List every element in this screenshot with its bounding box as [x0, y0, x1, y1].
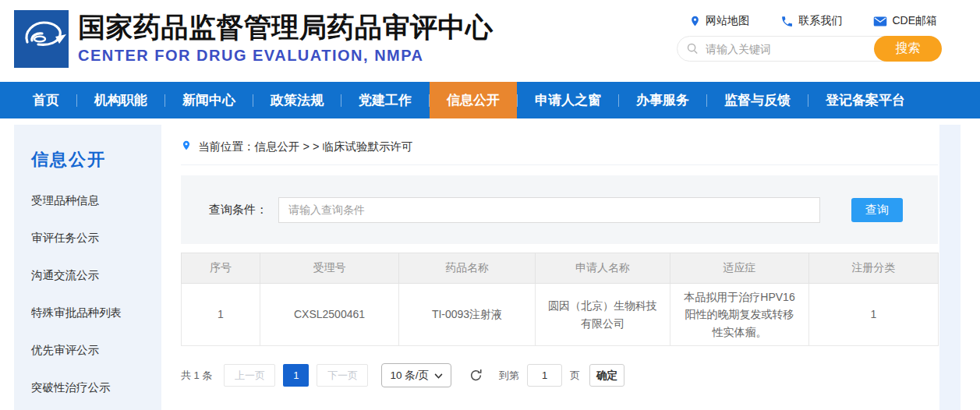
- cell-drug-name: TI-0093注射液: [399, 284, 536, 346]
- next-page-button[interactable]: 下一页: [317, 364, 368, 387]
- site-title: 国家药品监督管理局药品审评中心: [78, 11, 494, 44]
- col-header-drug-name: 药品名称: [399, 253, 536, 284]
- nav-item-party-building[interactable]: 党建工作: [341, 82, 429, 118]
- pagination-total: 共 1 条: [181, 369, 212, 383]
- refresh-icon[interactable]: [469, 368, 483, 383]
- sidebar-item-review-tasks[interactable]: 审评任务公示: [31, 219, 161, 256]
- results-table: 序号 受理号 药品名称 申请人名称 适应症 注册分类 1 CXSL2500461…: [181, 253, 939, 346]
- cell-applicant: 圆因（北京）生物科技有限公司: [536, 284, 670, 346]
- sidebar-item-special-approval[interactable]: 特殊审批品种列表: [31, 294, 161, 331]
- col-header-acceptance-no: 受理号: [260, 253, 399, 284]
- goto-page-input[interactable]: [527, 364, 562, 387]
- page-size-value: 10 条/页: [390, 369, 429, 383]
- mailbox-link[interactable]: CDE邮箱: [873, 14, 937, 28]
- contact-link[interactable]: 联系我们: [780, 14, 842, 28]
- envelope-icon: [873, 16, 887, 27]
- search-button[interactable]: 搜索: [874, 36, 942, 62]
- breadcrumb-pin-icon: [181, 139, 192, 154]
- sitemap-link[interactable]: 网站地图: [689, 14, 749, 28]
- table-row: 1 CXSL2500461 TI-0093注射液 圆因（北京）生物科技有限公司 …: [182, 284, 939, 346]
- query-panel: 查询条件： 查询: [181, 175, 938, 244]
- cell-seq: 1: [182, 284, 260, 346]
- pagination: 共 1 条 上一页 1 下一页 10 条/页 到第 页 确定: [181, 363, 938, 387]
- page-body: 信息公开 受理品种信息 审评任务公示 沟通交流公示 特殊审批品种列表 优先审评公…: [0, 118, 980, 410]
- query-button[interactable]: 查询: [851, 198, 903, 222]
- page-unit-label: 页: [570, 369, 580, 383]
- nav-item-supervision-feedback[interactable]: 监督与反馈: [707, 82, 808, 118]
- col-header-seq: 序号: [182, 253, 260, 284]
- col-header-registration-class: 注册分类: [809, 253, 939, 284]
- nav-item-news[interactable]: 新闻中心: [165, 82, 253, 118]
- sidebar-item-accepted-varieties[interactable]: 受理品种信息: [31, 182, 161, 219]
- header-right: 网站地图 联系我们 CDE邮箱: [677, 14, 942, 62]
- sidebar: 信息公开 受理品种信息 审评任务公示 沟通交流公示 特殊审批品种列表 优先审评公…: [14, 125, 161, 410]
- query-condition-input[interactable]: [278, 197, 820, 223]
- quick-links: 网站地图 联系我们 CDE邮箱: [677, 14, 942, 28]
- nav-item-applicant-window[interactable]: 申请人之窗: [518, 82, 618, 118]
- search-icon: [686, 42, 699, 58]
- query-label: 查询条件：: [209, 203, 267, 217]
- nav-item-policy[interactable]: 政策法规: [253, 82, 341, 118]
- sidebar-title: 信息公开: [31, 148, 161, 171]
- main-nav: 首页 机构职能 新闻中心 政策法规 党建工作 信息公开 申请人之窗 办事服务 监…: [0, 82, 980, 118]
- page: 国家药品监督管理局药品审评中心 CENTER FOR DRUG EVALUATI…: [0, 0, 980, 410]
- sidebar-item-communication[interactable]: 沟通交流公示: [31, 256, 161, 294]
- table-header-row: 序号 受理号 药品名称 申请人名称 适应症 注册分类: [182, 253, 939, 284]
- location-pin-icon: [689, 14, 701, 28]
- nav-item-info-disclosure[interactable]: 信息公开: [430, 82, 517, 118]
- right-background-strip: [939, 125, 961, 410]
- current-page-button[interactable]: 1: [283, 364, 309, 387]
- sidebar-list: 受理品种信息 审评任务公示 沟通交流公示 特殊审批品种列表 优先审评公示 突破性…: [31, 182, 161, 406]
- cde-logo[interactable]: [14, 10, 69, 68]
- page-size-select[interactable]: 10 条/页: [381, 363, 451, 387]
- cell-indication: 本品拟用于治疗HPV16阳性的晚期复发或转移性实体瘤。: [670, 284, 809, 346]
- nav-item-registration-platform[interactable]: 登记备案平台: [808, 82, 922, 118]
- mailbox-label: CDE邮箱: [892, 14, 937, 28]
- site-header: 国家药品监督管理局药品审评中心 CENTER FOR DRUG EVALUATI…: [0, 0, 980, 82]
- goto-page-label: 到第: [499, 369, 519, 383]
- confirm-button[interactable]: 确定: [589, 364, 624, 387]
- prev-page-button[interactable]: 上一页: [224, 364, 275, 387]
- fish-logo-icon: [14, 10, 69, 68]
- site-titles: 国家药品监督管理局药品审评中心 CENTER FOR DRUG EVALUATI…: [78, 11, 494, 65]
- breadcrumb: 当前位置：信息公开 > > 临床试验默示许可: [181, 125, 938, 165]
- sidebar-item-breakthrough-therapy[interactable]: 突破性治疗公示: [31, 369, 161, 406]
- nav-item-functions[interactable]: 机构职能: [77, 82, 165, 118]
- cell-registration-class: 1: [809, 284, 939, 346]
- nav-item-services[interactable]: 办事服务: [619, 82, 706, 118]
- contact-label: 联系我们: [798, 14, 842, 28]
- breadcrumb-text: 当前位置：信息公开 > > 临床试验默示许可: [198, 140, 413, 154]
- site-search: 搜索: [677, 36, 942, 62]
- sidebar-item-priority-review[interactable]: 优先审评公示: [31, 331, 161, 369]
- col-header-indication: 适应症: [670, 253, 809, 284]
- main-content: 当前位置：信息公开 > > 临床试验默示许可 查询条件： 查询 序号 受理号 药…: [161, 125, 938, 410]
- sitemap-label: 网站地图: [706, 14, 749, 28]
- cell-acceptance-no: CXSL2500461: [260, 284, 399, 346]
- site-subtitle: CENTER FOR DRUG EVALUATION, NMPA: [78, 47, 494, 65]
- col-header-applicant: 申请人名称: [536, 253, 670, 284]
- chevron-down-icon: [434, 369, 443, 381]
- phone-icon: [780, 15, 794, 28]
- nav-item-home[interactable]: 首页: [16, 82, 76, 118]
